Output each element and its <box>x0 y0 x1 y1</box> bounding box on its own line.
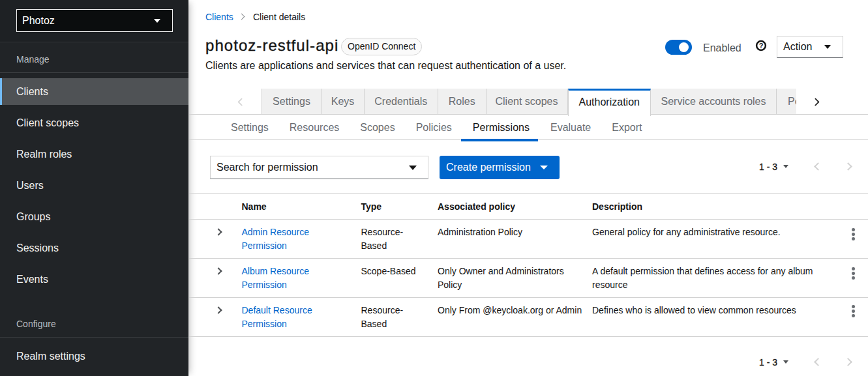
svg-text:?: ? <box>759 41 764 49</box>
